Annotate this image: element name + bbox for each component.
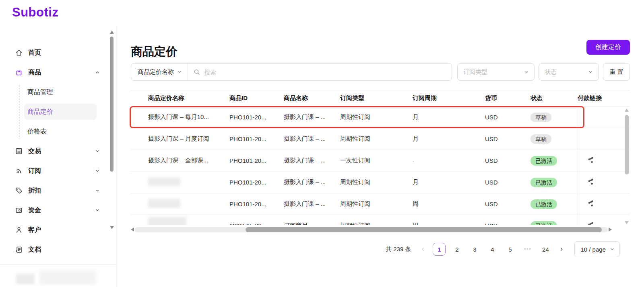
table-row[interactable]: 摄影入门课 – 全部课...PHO101-20...摄影入门课 – ...一次性… xyxy=(131,150,630,172)
subscription-type-placeholder: 订阅类型 xyxy=(463,68,487,76)
home-icon xyxy=(14,48,23,57)
scroll-down-icon[interactable] xyxy=(110,226,114,229)
cell-product-id: PHO101-20... xyxy=(229,193,284,215)
cell-product-id: 2226565765 xyxy=(229,215,284,226)
status-badge: 已激活 xyxy=(530,221,557,226)
cell-product-id: PHO101-20... xyxy=(229,128,284,150)
prev-page-button[interactable] xyxy=(417,243,429,256)
scroll-down-icon[interactable] xyxy=(625,221,629,224)
share-payment-link-icon[interactable] xyxy=(587,178,594,185)
main-content: 商品定价 创建定价 商品定价名称 订阅类型 状态 重 置 xyxy=(131,26,630,287)
sidebar-item-docs[interactable]: 文档 xyxy=(14,242,106,258)
cell-period: 周 xyxy=(413,193,485,215)
cell-subscription-type: 周期性订阅 xyxy=(340,193,413,215)
sidebar-item-home[interactable]: 首页 xyxy=(14,45,106,61)
table-vscroll-thumb[interactable] xyxy=(625,115,629,174)
cell-period: - xyxy=(413,150,485,172)
chevron-up-icon xyxy=(95,70,100,75)
subscription-rss-icon xyxy=(14,166,23,175)
sidebar-item-price-table[interactable]: 价格表 xyxy=(24,123,97,139)
cell-pricing-name: 摄影入门课 – 每月10... xyxy=(131,107,229,128)
redacted-text xyxy=(148,177,180,186)
status-select[interactable]: 状态 xyxy=(539,63,599,81)
sidebar-item-products[interactable]: 商品 xyxy=(14,64,106,80)
sidebar-item-product-pricing[interactable]: 商品定价 xyxy=(24,104,97,120)
submenu-guide-line xyxy=(19,85,20,139)
sidebar-item-label: 交易 xyxy=(28,147,95,156)
sidebar-scrollbar-thumb[interactable] xyxy=(110,37,114,172)
status-placeholder: 状态 xyxy=(545,68,557,76)
sidebar-item-subscriptions[interactable]: 订阅 xyxy=(14,163,106,179)
chevron-down-icon xyxy=(95,188,100,193)
table-row[interactable]: 2226565765订阅商品周期性订阅周USD已激活 xyxy=(131,215,630,226)
cell-status: 草稿 xyxy=(530,107,578,128)
cell-subscription-type: 周期性订阅 xyxy=(340,172,413,193)
page-number-button[interactable]: 5 xyxy=(504,243,516,256)
pagination-ellipsis[interactable]: ••• xyxy=(521,243,534,256)
cell-currency: USD xyxy=(485,150,530,172)
page-number-button[interactable]: 2 xyxy=(450,243,463,256)
discount-tag-icon xyxy=(14,186,23,195)
sidebar-item-funds[interactable]: 资金 xyxy=(14,202,106,218)
table-vertical-scrollbar[interactable] xyxy=(625,108,629,225)
products-submenu: 商品管理 商品定价 价格表 xyxy=(0,84,106,139)
cell-pricing-name: 摄影入门课 – 全部课... xyxy=(131,150,229,172)
cell-subscription-type: 周期性订阅 xyxy=(340,215,413,226)
column-header: 状态 xyxy=(530,90,578,107)
share-payment-link-icon[interactable] xyxy=(587,156,594,164)
page-number-button[interactable]: 24 xyxy=(539,243,552,256)
cell-product-id: PHO101-20... xyxy=(229,172,284,193)
column-header: 货币 xyxy=(485,90,530,107)
hscroll-thumb[interactable] xyxy=(246,227,602,232)
table-row[interactable]: 摄影入门课 – 每月10...PHO101-20...摄影入门课 – ...周期… xyxy=(131,107,630,128)
chevron-down-icon xyxy=(95,149,100,154)
chevron-down-icon xyxy=(95,168,100,173)
status-badge: 已激活 xyxy=(530,178,557,187)
sidebar-item-discounts[interactable]: 折扣 xyxy=(14,182,106,199)
page-size-select[interactable]: 10 / page xyxy=(574,241,620,257)
scroll-up-icon[interactable] xyxy=(110,31,114,34)
cell-currency: USD xyxy=(485,128,530,150)
cell-payment-link xyxy=(578,150,630,172)
page-number-button[interactable]: 1 xyxy=(433,243,446,256)
sidebar-item-transactions[interactable]: 交易 xyxy=(14,143,106,159)
sidebar-item-label: 客户 xyxy=(28,226,106,234)
search-input[interactable] xyxy=(203,68,452,76)
create-pricing-button[interactable]: 创建定价 xyxy=(586,40,630,55)
table-horizontal-scrollbar[interactable] xyxy=(131,227,612,232)
cell-payment-link xyxy=(578,107,630,128)
column-header: 商品定价名称 xyxy=(131,90,229,107)
sidebar-item-customers[interactable]: 客户 xyxy=(14,222,106,238)
redacted-text xyxy=(148,217,186,225)
next-page-button[interactable] xyxy=(556,243,567,256)
search-icon xyxy=(194,69,200,75)
search-field-select[interactable]: 商品定价名称 xyxy=(131,64,188,80)
table-row[interactable]: PHO101-20...摄影入门课 – ...周期性订阅周USD已激活 xyxy=(131,193,630,215)
share-payment-link-icon[interactable] xyxy=(587,200,594,207)
status-badge: 草稿 xyxy=(530,113,551,122)
sidebar-item-label: 商品管理 xyxy=(27,88,53,96)
transactions-icon xyxy=(14,147,23,156)
reset-button[interactable]: 重 置 xyxy=(603,63,630,81)
table-row[interactable]: PHO101-20...摄影入门课 – ...周期性订阅月USD已激活 xyxy=(131,172,630,193)
page-number-button[interactable]: 3 xyxy=(468,243,481,256)
sidebar-scrollbar[interactable] xyxy=(110,26,114,287)
sidebar-item-product-management[interactable]: 商品管理 xyxy=(24,84,97,100)
share-payment-link-icon[interactable] xyxy=(587,221,594,225)
hscroll-track[interactable] xyxy=(135,227,608,232)
cell-payment-link xyxy=(578,128,630,150)
cell-product-name: 摄影入门课 – ... xyxy=(284,150,340,172)
table-row[interactable]: 摄影入门课 – 月度订阅PHO101-20...摄影入门课 – ...周期性订阅… xyxy=(131,128,630,150)
cell-subscription-type: 周期性订阅 xyxy=(340,107,413,128)
subscription-type-select[interactable]: 订阅类型 xyxy=(457,63,535,81)
funds-wallet-icon xyxy=(14,206,23,215)
brand-logo[interactable]: Subotiz xyxy=(12,5,58,20)
sidebar-item-label: 订阅 xyxy=(28,167,95,175)
user-account-redacted[interactable] xyxy=(16,269,97,284)
cell-pricing-name xyxy=(131,172,229,193)
chevron-down-icon xyxy=(177,70,182,74)
scroll-up-icon[interactable] xyxy=(625,109,629,112)
page-number-button[interactable]: 4 xyxy=(486,243,499,256)
scroll-right-icon[interactable] xyxy=(609,228,612,232)
scroll-left-icon[interactable] xyxy=(131,228,134,232)
